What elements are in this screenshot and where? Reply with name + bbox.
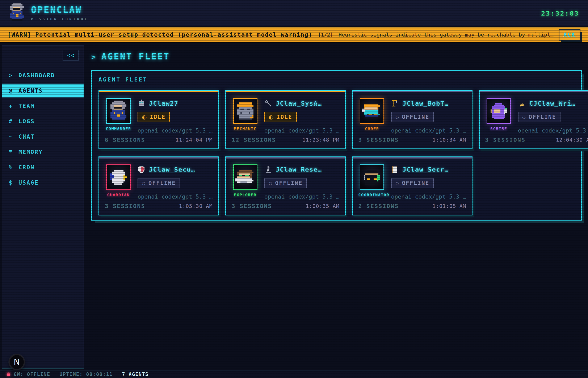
sidebar-item-label: MEMORY — [18, 149, 43, 155]
agent-avatar — [487, 98, 511, 124]
gateway-status-icon — [7, 373, 10, 376]
agent-cards-grid: COMMANDER JClaw27 ◐IDLE openai-codex/gpt… — [98, 90, 575, 216]
agent-role-label: COMMANDER — [105, 126, 132, 131]
uptime: UPTIME: 00:00:11 — [59, 371, 113, 377]
clipboard-icon — [391, 166, 399, 173]
sidebar-item-usage[interactable]: $ USAGE — [2, 176, 84, 189]
agent-role-label: GUARDIAN — [105, 193, 132, 197]
status-badge: ○OFFLINE — [391, 178, 434, 188]
status-badge: ○OFFLINE — [391, 112, 434, 122]
sidebar-item-icon: % — [9, 164, 18, 171]
session-count: 3 SESSIONS — [105, 203, 145, 209]
sidebar-item-label: CHAT — [18, 133, 35, 140]
status-badge: ○OFFLINE — [264, 178, 307, 188]
last-active-time: 1:05:30 AM — [179, 203, 213, 209]
crane-icon — [391, 100, 399, 107]
agent-role-label: COORDINATOR — [358, 193, 386, 197]
agent-avatar — [106, 164, 131, 190]
card-status-accent — [226, 157, 345, 159]
status-badge: ○OFFLINE — [518, 112, 561, 122]
agent-card[interactable]: COORDINATOR JClaw_Secr… ○OFFLINE openai-… — [352, 156, 472, 216]
sidebar-item-logs[interactable]: # LOGS — [2, 114, 84, 128]
sidebar-item-chat[interactable]: ~ CHAT — [2, 130, 84, 143]
agent-card[interactable]: COMMANDER JClaw27 ◐IDLE openai-codex/gpt… — [98, 90, 219, 149]
last-active-time: 1:10:34 AM — [432, 137, 466, 143]
status-label: OFFLINE — [148, 180, 176, 186]
agent-card[interactable]: SCRIBE CJClaw_Wri… ○OFFLINE openai-codex… — [479, 90, 588, 149]
page-title: >AGENT FLEET — [91, 52, 582, 62]
status-label: OFFLINE — [402, 180, 429, 186]
status-dot-icon: ◐ — [269, 114, 274, 120]
status-label: IDLE — [277, 114, 292, 120]
agent-fleet-panel: AGENT FLEET COMMANDER JClaw27 ◐IDLE open… — [91, 70, 582, 221]
last-active-time: 12:04:39 AM — [556, 137, 588, 143]
sidebar-item-icon: ~ — [9, 133, 18, 140]
warning-detail: Heuristic signals indicate this gateway … — [338, 32, 554, 38]
n-logo-button[interactable]: N — [9, 354, 25, 370]
agent-avatar — [360, 164, 384, 190]
sidebar-item-icon: # — [9, 118, 18, 124]
sidebar-item-agents[interactable]: @ AGENTS — [2, 84, 84, 97]
agent-role-label: EXPLORER — [232, 193, 259, 197]
page-title-text: AGENT FLEET — [101, 52, 170, 62]
sidebar-item-cron[interactable]: % CRON — [2, 160, 84, 174]
wrench-icon — [264, 100, 272, 107]
sidebar-collapse-button[interactable]: << — [63, 50, 79, 61]
agent-card[interactable]: CODER JClaw_BobT… ○OFFLINE openai-codex/… — [352, 90, 472, 149]
sidebar-item-label: USAGE — [18, 179, 39, 186]
status-dot-icon: ○ — [395, 115, 400, 119]
card-status-accent — [99, 91, 218, 92]
agent-count: 7 AGENTS — [122, 371, 149, 377]
ack-button[interactable]: ACK — [559, 29, 580, 40]
agent-card[interactable]: EXPLORER JClaw_Rese… ○OFFLINE openai-cod… — [225, 156, 346, 216]
last-active-time: 11:23:48 PM — [302, 137, 340, 143]
sidebar-item-team[interactable]: + TEAM — [2, 99, 84, 113]
agent-avatar — [360, 98, 384, 124]
agent-role-label: SCRIBE — [485, 126, 512, 131]
agent-name: JClaw_Secu… — [149, 166, 195, 173]
status-label: IDLE — [150, 114, 166, 120]
sidebar-item-icon: @ — [9, 87, 18, 94]
status-dot-icon: ○ — [269, 181, 273, 185]
agent-card[interactable]: GUARDIAN JClaw_Secu… ○OFFLINE openai-cod… — [98, 156, 219, 216]
sidebar: << > DASHBOARD @ AGENTS + TEAM # LOGS ~ … — [2, 45, 84, 369]
robot-icon — [137, 100, 145, 107]
sidebar-item-icon: * — [9, 149, 18, 155]
agent-role-label: CODER — [358, 126, 386, 131]
status-dot-icon: ○ — [142, 181, 146, 185]
warning-banner: [WARN] Potential multi-user setup detect… — [0, 27, 588, 43]
sidebar-item-memory[interactable]: * MEMORY — [2, 145, 84, 159]
status-label: OFFLINE — [402, 114, 429, 120]
header-clock: 23:32:03 — [541, 10, 579, 17]
session-count: 2 SESSIONS — [358, 203, 399, 209]
agent-avatar — [233, 164, 257, 190]
status-badge: ◐IDLE — [264, 112, 297, 122]
status-dot-icon: ◐ — [142, 114, 147, 120]
session-count: 12 SESSIONS — [232, 137, 276, 143]
status-label: OFFLINE — [275, 180, 303, 186]
sidebar-item-icon: > — [9, 72, 18, 79]
status-badge: ◐IDLE — [137, 112, 170, 122]
session-count: 3 SESSIONS — [358, 137, 399, 143]
panel-title: AGENT FLEET — [98, 76, 575, 83]
shield-icon — [137, 166, 145, 173]
sidebar-item-label: LOGS — [18, 118, 35, 124]
warning-message: [WARN] Potential multi-user setup detect… — [8, 31, 312, 38]
agent-name: JClaw_SysA… — [276, 100, 322, 107]
sidebar-item-label: TEAM — [18, 103, 35, 109]
sidebar-item-label: DASHBOARD — [18, 72, 55, 79]
sidebar-item-dashboard[interactable]: > DASHBOARD — [2, 68, 84, 82]
agent-name: JClaw27 — [149, 100, 178, 107]
session-count: 3 SESSIONS — [232, 203, 272, 209]
card-status-accent — [99, 157, 218, 159]
agent-name: JClaw_BobT… — [402, 100, 449, 107]
last-active-time: 1:01:05 AM — [432, 203, 466, 209]
agent-name: CJClaw_Wri… — [529, 100, 576, 107]
sidebar-nav: > DASHBOARD @ AGENTS + TEAM # LOGS ~ CHA… — [2, 68, 84, 189]
agent-card[interactable]: MECHANIC JClaw_SysA… ◐IDLE openai-codex/… — [225, 90, 346, 149]
last-active-time: 11:24:04 PM — [175, 137, 213, 143]
warning-pager: [1/2] — [318, 32, 333, 38]
sidebar-item-label: AGENTS — [18, 87, 43, 94]
sidebar-item-icon: $ — [9, 179, 18, 186]
status-dot-icon: ○ — [522, 115, 526, 119]
